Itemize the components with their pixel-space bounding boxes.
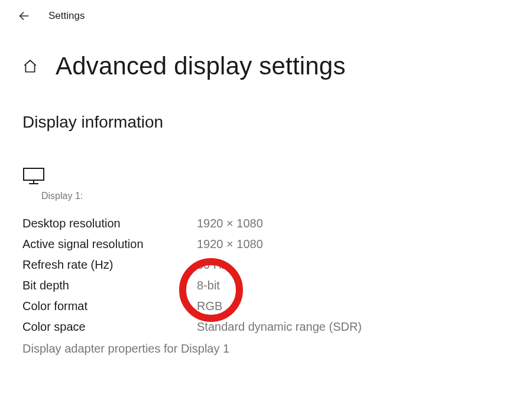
- info-row: Active signal resolution 1920 × 1080: [22, 234, 520, 255]
- info-label: Color space: [22, 320, 197, 334]
- section-title: Display information: [0, 86, 532, 138]
- info-row: Refresh rate (Hz) 60 Hz: [22, 255, 520, 275]
- monitor-icon: [22, 167, 45, 187]
- info-value: 60 Hz: [197, 258, 228, 272]
- info-row: Desktop resolution 1920 × 1080: [22, 213, 520, 234]
- info-label: Color format: [22, 299, 197, 313]
- info-label: Refresh rate (Hz): [22, 258, 197, 272]
- info-label: Active signal resolution: [22, 237, 197, 251]
- display-label: Display 1:: [22, 187, 520, 201]
- back-arrow-icon[interactable]: [18, 9, 31, 22]
- info-value: 1920 × 1080: [197, 217, 263, 230]
- info-value: 8-bit: [197, 279, 220, 292]
- settings-breadcrumb: Settings: [48, 10, 85, 22]
- info-row: Bit depth 8-bit: [22, 275, 520, 296]
- info-row: Color space Standard dynamic range (SDR): [22, 317, 520, 337]
- info-label: Desktop resolution: [22, 217, 197, 230]
- page-title: Advanced display settings: [56, 52, 346, 80]
- info-value: Standard dynamic range (SDR): [197, 320, 362, 334]
- info-value: 1920 × 1080: [197, 237, 263, 251]
- svg-rect-1: [24, 168, 44, 180]
- info-row: Color format RGB: [22, 296, 520, 317]
- home-icon[interactable]: [22, 58, 38, 74]
- info-label: Bit depth: [22, 279, 197, 292]
- display-info-table: Desktop resolution 1920 × 1080 Active si…: [0, 201, 532, 337]
- display-adapter-link[interactable]: Display adapter properties for Display 1: [0, 337, 532, 356]
- info-value: RGB: [197, 299, 222, 313]
